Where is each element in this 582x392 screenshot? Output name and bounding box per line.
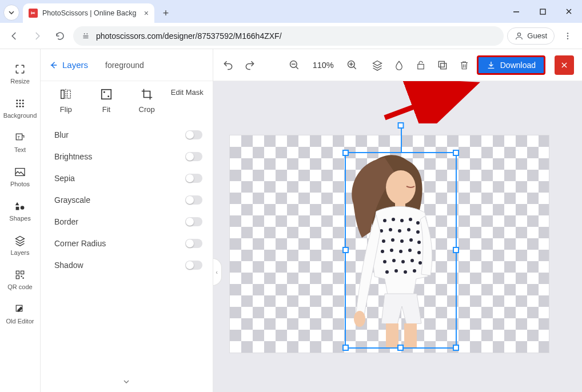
toggle-switch[interactable] bbox=[185, 195, 202, 205]
rail-item-old-editor[interactable]: Old Editor bbox=[0, 298, 40, 329]
selection-box[interactable] bbox=[345, 152, 457, 349]
toggle-switch[interactable] bbox=[185, 261, 202, 270]
shapes-icon bbox=[14, 200, 26, 213]
svg-rect-30 bbox=[61, 90, 65, 99]
toggle-switch[interactable] bbox=[185, 152, 202, 161]
edit-icon bbox=[14, 303, 26, 315]
rail-label: Old Editor bbox=[6, 318, 34, 325]
panel-options: Blur Brightness Sepia Grayscale Border C… bbox=[41, 124, 213, 276]
delete-button[interactable] bbox=[457, 58, 471, 72]
window-close-button[interactable] bbox=[556, 0, 582, 23]
svg-rect-24 bbox=[16, 271, 19, 274]
browser-tab[interactable]: ✂ PhotoScissors | Online Backg × bbox=[23, 3, 154, 23]
rail-item-resize[interactable]: Resize bbox=[0, 58, 40, 89]
svg-point-8 bbox=[567, 35, 568, 36]
option-sepia[interactable]: Sepia bbox=[54, 167, 202, 189]
rail-label: Background bbox=[3, 112, 37, 119]
resize-icon bbox=[14, 63, 26, 75]
resize-handle-s[interactable] bbox=[397, 345, 404, 351]
option-brightness[interactable]: Brightness bbox=[54, 146, 202, 167]
toggle-switch[interactable] bbox=[185, 174, 202, 183]
rail-label: Photos bbox=[10, 181, 30, 187]
redo-button[interactable] bbox=[243, 58, 257, 72]
tool-edit-mask[interactable]: Edit Mask bbox=[168, 88, 207, 98]
svg-rect-32 bbox=[102, 90, 111, 99]
opacity-button[interactable] bbox=[392, 58, 406, 72]
option-label: Border bbox=[54, 217, 78, 226]
tool-crop[interactable]: Crop bbox=[127, 88, 166, 114]
rail-item-text[interactable]: T Text bbox=[0, 127, 40, 158]
toggle-switch[interactable] bbox=[185, 217, 202, 226]
layers-button[interactable] bbox=[370, 58, 384, 72]
svg-point-6 bbox=[518, 33, 521, 35]
tool-label: Flip bbox=[60, 105, 72, 114]
tool-fit[interactable]: Fit bbox=[87, 88, 126, 114]
rail-item-background[interactable]: Background bbox=[0, 93, 40, 123]
toggle-switch[interactable] bbox=[185, 130, 202, 139]
stage-toolbar: 110% Download bbox=[213, 49, 582, 81]
canvas-area[interactable]: ‹ bbox=[213, 81, 582, 392]
svg-rect-4 bbox=[83, 37, 88, 38]
download-label: Download bbox=[500, 61, 536, 70]
lock-button[interactable] bbox=[414, 58, 428, 72]
qrcode-icon bbox=[14, 269, 26, 281]
option-shadow[interactable]: Shadow bbox=[54, 254, 202, 276]
resize-handle-se[interactable] bbox=[453, 345, 459, 351]
option-border[interactable]: Border bbox=[54, 211, 202, 233]
grid-icon bbox=[14, 97, 26, 110]
nav-back-button[interactable] bbox=[5, 26, 24, 46]
rail-item-photos[interactable]: Photos bbox=[0, 161, 40, 192]
duplicate-button[interactable] bbox=[436, 58, 449, 72]
tab-close-button[interactable]: × bbox=[144, 9, 149, 18]
rail-item-qrcode[interactable]: QR code bbox=[0, 264, 40, 295]
resize-handle-e[interactable] bbox=[453, 247, 459, 253]
svg-rect-38 bbox=[439, 61, 444, 67]
svg-point-16 bbox=[16, 106, 18, 107]
panel-expand-button[interactable] bbox=[122, 377, 131, 386]
resize-handle-sw[interactable] bbox=[342, 345, 349, 351]
text-icon: T bbox=[14, 131, 26, 144]
tool-label: Edit Mask bbox=[171, 88, 204, 98]
option-label: Sepia bbox=[54, 174, 75, 183]
option-grayscale[interactable]: Grayscale bbox=[54, 189, 202, 211]
panel-back-button[interactable]: Layers bbox=[49, 60, 88, 70]
zoom-in-button[interactable] bbox=[345, 58, 359, 72]
person-icon bbox=[515, 31, 524, 41]
svg-rect-37 bbox=[417, 64, 424, 69]
new-tab-button[interactable]: + bbox=[158, 5, 174, 21]
zoom-out-button[interactable] bbox=[288, 58, 301, 72]
zoom-level[interactable]: 110% bbox=[309, 61, 337, 70]
svg-rect-25 bbox=[21, 271, 24, 274]
option-label: Grayscale bbox=[54, 195, 90, 205]
svg-rect-27 bbox=[21, 276, 22, 277]
rotation-handle[interactable] bbox=[397, 122, 404, 129]
undo-button[interactable] bbox=[221, 58, 235, 72]
tool-label: Crop bbox=[139, 105, 155, 114]
option-corner-radius[interactable]: Corner Radius bbox=[54, 233, 202, 254]
svg-point-17 bbox=[19, 106, 21, 107]
nav-forward-button[interactable] bbox=[27, 26, 47, 46]
resize-handle-ne[interactable] bbox=[453, 150, 459, 156]
tabs-dropdown[interactable] bbox=[3, 5, 19, 21]
tool-flip[interactable]: Flip bbox=[46, 88, 86, 114]
url-field[interactable]: photoscissors.com/designer/87537592/M166… bbox=[73, 26, 504, 46]
maximize-button[interactable] bbox=[529, 0, 556, 23]
profile-guest-button[interactable]: Guest bbox=[507, 27, 555, 45]
svg-point-13 bbox=[16, 103, 18, 105]
svg-point-12 bbox=[22, 99, 24, 101]
panel-collapse-handle[interactable]: ‹ bbox=[213, 258, 222, 286]
rail-label: Resize bbox=[10, 78, 30, 85]
browser-menu-button[interactable] bbox=[558, 26, 577, 46]
close-button[interactable] bbox=[555, 55, 574, 75]
minimize-button[interactable] bbox=[503, 0, 529, 23]
chevron-down-icon bbox=[122, 377, 131, 386]
toggle-switch[interactable] bbox=[185, 239, 202, 248]
resize-handle-nw[interactable] bbox=[342, 150, 349, 156]
download-button[interactable]: Download bbox=[477, 55, 545, 75]
option-blur[interactable]: Blur bbox=[54, 124, 202, 146]
rail-item-layers[interactable]: Layers bbox=[0, 230, 40, 261]
flip-icon bbox=[59, 88, 73, 101]
reload-button[interactable] bbox=[50, 26, 70, 46]
resize-handle-w[interactable] bbox=[342, 247, 349, 253]
rail-item-shapes[interactable]: Shapes bbox=[0, 195, 40, 226]
